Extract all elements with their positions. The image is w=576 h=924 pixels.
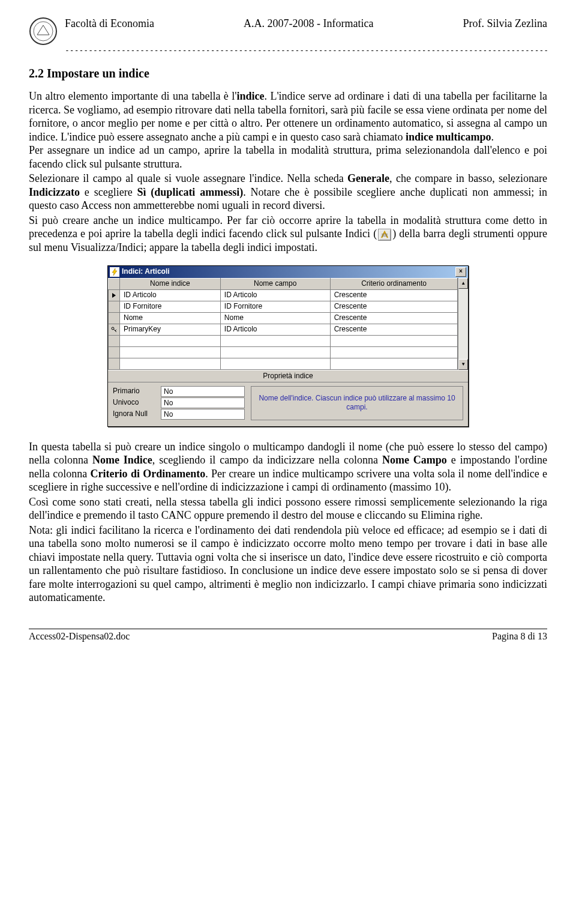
- table-row[interactable]: PrimaryKeyID ArticoloCrescente: [109, 324, 458, 335]
- cell-field[interactable]: ID Articolo: [220, 324, 330, 335]
- row-selector[interactable]: [109, 324, 120, 335]
- table-row[interactable]: NomeNomeCrescente: [109, 312, 458, 324]
- cell-name[interactable]: [119, 335, 220, 346]
- header-divider: ----------------------------------------…: [65, 46, 547, 55]
- paragraph-create-index: In questa tabella si può creare un indic…: [29, 440, 547, 494]
- table-row[interactable]: ID ArticoloID ArticoloCrescente: [109, 289, 458, 301]
- properties-list: PrimarioNoUnivocoNoIgnora NullNo: [113, 386, 245, 420]
- row-selector[interactable]: [109, 346, 120, 358]
- indices-window: Indici: Articoli × Nome indice Nome camp…: [107, 265, 469, 427]
- property-label: Univoco: [113, 398, 161, 407]
- cell-order[interactable]: [330, 346, 458, 358]
- header-center: A.A. 2007-2008 - Informatica: [244, 17, 373, 31]
- property-row: UnivocoNo: [113, 397, 245, 408]
- cell-order[interactable]: [330, 358, 458, 369]
- paragraph-note: Nota: gli indici facilitano la ricerca e…: [29, 524, 547, 605]
- property-row: PrimarioNo: [113, 386, 245, 397]
- svg-marker-4: [112, 268, 117, 276]
- row-selector[interactable]: [109, 312, 120, 324]
- help-panel: Nome dell'indice. Ciascun indice può uti…: [251, 386, 463, 420]
- university-seal-icon: [29, 17, 58, 46]
- cell-order[interactable]: Crescente: [330, 289, 458, 301]
- col-header-field[interactable]: Nome campo: [220, 278, 330, 289]
- cell-name[interactable]: PrimaryKey: [119, 324, 220, 335]
- property-row: Ignora NullNo: [113, 409, 245, 420]
- paragraph-generale: Selezionare il campo al quale si vuole a…: [29, 172, 547, 213]
- vertical-scrollbar[interactable]: ▲ ▼: [458, 278, 468, 370]
- paragraph-assign: Per assegnare un indice ad un campo, apr…: [29, 143, 547, 171]
- cell-name[interactable]: Nome: [119, 312, 220, 324]
- cell-field[interactable]: [220, 346, 330, 358]
- header-right: Prof. Silvia Zezlina: [463, 17, 547, 31]
- page-footer: Access02-Dispensa02.doc Pagina 8 di 13: [29, 630, 547, 642]
- page-header: Facoltà di Economia A.A. 2007-2008 - Inf…: [29, 17, 547, 46]
- property-value[interactable]: No: [161, 386, 245, 397]
- footer-page-number: Pagina 8 di 13: [492, 630, 547, 642]
- paragraph-remove-index: Così come sono stati creati, nella stess…: [29, 495, 547, 522]
- table-row[interactable]: [109, 335, 458, 346]
- cell-field[interactable]: ID Fornitore: [220, 301, 330, 312]
- property-value[interactable]: No: [161, 397, 245, 408]
- properties-header: Proprietà indice: [108, 370, 468, 382]
- col-header-name[interactable]: Nome indice: [119, 278, 220, 289]
- window-title: Indici: Articoli: [122, 267, 455, 276]
- indices-toolbar-icon: [378, 229, 391, 241]
- header-left: Facoltà di Economia: [65, 17, 154, 31]
- lightning-icon: [110, 267, 119, 277]
- indices-grid[interactable]: Nome indice Nome campo Criterio ordiname…: [108, 278, 458, 370]
- scroll-up-icon[interactable]: ▲: [458, 278, 468, 289]
- close-button[interactable]: ×: [455, 267, 466, 277]
- row-selector[interactable]: [109, 301, 120, 312]
- col-header-order[interactable]: Criterio ordinamento: [330, 278, 458, 289]
- figure-indices-window: Indici: Articoli × Nome indice Nome camp…: [29, 265, 547, 427]
- property-value[interactable]: No: [161, 409, 245, 420]
- row-selector[interactable]: [109, 335, 120, 346]
- cell-name[interactable]: [119, 346, 220, 358]
- property-label: Primario: [113, 387, 161, 396]
- table-row[interactable]: [109, 346, 458, 358]
- paragraph-multicampo: Si può creare anche un indice multicampo…: [29, 214, 547, 255]
- footer-filename: Access02-Dispensa02.doc: [29, 630, 130, 642]
- cell-order[interactable]: Crescente: [330, 301, 458, 312]
- table-row[interactable]: ID FornitoreID FornitoreCrescente: [109, 301, 458, 312]
- svg-point-0: [30, 18, 56, 44]
- cell-order[interactable]: Crescente: [330, 324, 458, 335]
- cell-field[interactable]: Nome: [220, 312, 330, 324]
- cell-field[interactable]: ID Articolo: [220, 289, 330, 301]
- svg-line-7: [113, 329, 116, 332]
- row-selector[interactable]: [109, 358, 120, 369]
- corner-cell: [109, 278, 120, 289]
- cell-name[interactable]: [119, 358, 220, 369]
- svg-line-8: [115, 330, 116, 331]
- cell-name[interactable]: ID Articolo: [119, 289, 220, 301]
- cell-order[interactable]: [330, 335, 458, 346]
- current-row-icon: [109, 292, 119, 298]
- cell-name[interactable]: ID Fornitore: [119, 301, 220, 312]
- property-label: Ignora Null: [113, 409, 161, 418]
- footer-divider: [29, 629, 547, 629]
- table-row[interactable]: [109, 358, 458, 369]
- row-selector[interactable]: [109, 289, 120, 301]
- scroll-down-icon[interactable]: ▼: [458, 359, 468, 370]
- primary-key-icon: [109, 327, 119, 333]
- paragraph-intro: Un altro elemento importante di una tabe…: [29, 89, 547, 143]
- svg-marker-5: [112, 293, 116, 298]
- cell-order[interactable]: Crescente: [330, 312, 458, 324]
- svg-point-1: [34, 22, 53, 41]
- section-title: 2.2 Impostare un indice: [29, 66, 547, 81]
- titlebar: Indici: Articoli ×: [108, 266, 468, 278]
- cell-field[interactable]: [220, 335, 330, 346]
- cell-field[interactable]: [220, 358, 330, 369]
